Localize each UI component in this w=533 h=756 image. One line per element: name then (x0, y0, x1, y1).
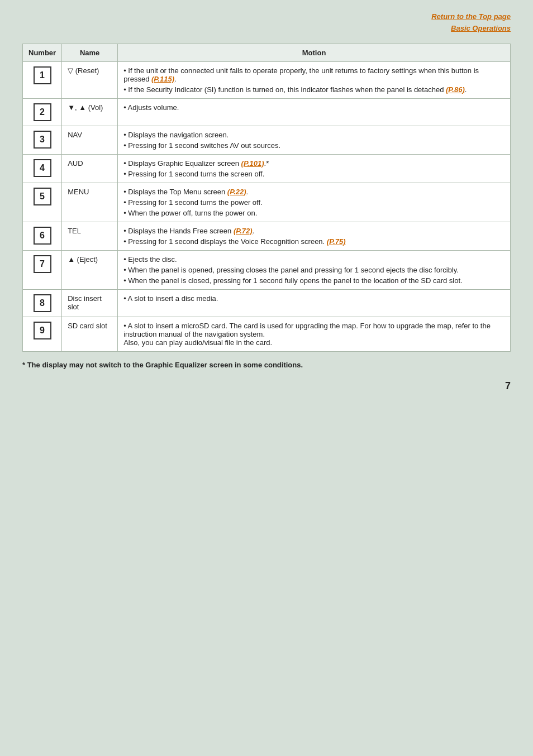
number-cell: 2 (23, 98, 62, 126)
table-row: 2▼, ▲ (Vol)• Adjusts volume. (23, 98, 511, 126)
motion-cell: • Displays the Hands Free screen (P.72).… (118, 222, 511, 250)
page-ref-link[interactable]: (P.75) (327, 237, 346, 246)
motion-item: • If the Security Indicator (SI) functio… (123, 85, 505, 94)
number-box: 4 (34, 159, 51, 177)
number-cell: 4 (23, 154, 62, 183)
table-row: 7▲ (Eject)• Ejects the disc.• When the p… (23, 250, 511, 289)
name-cell: ▽ (Reset) (62, 61, 118, 98)
motion-cell: • Displays the Top Menu screen (P.22).• … (118, 183, 511, 222)
motion-item: • Displays the navigation screen. (123, 131, 505, 139)
number-box: 9 (34, 322, 51, 339)
table-row: 6TEL• Displays the Hands Free screen (P.… (23, 222, 511, 250)
motion-cell: • Adjusts volume. (118, 98, 511, 126)
page-ref-link[interactable]: (P.72) (234, 227, 253, 235)
name-cell: ▼, ▲ (Vol) (62, 98, 118, 126)
page-number: 7 (22, 380, 511, 392)
basic-operations-link[interactable]: Basic Operations (451, 24, 511, 32)
name-cell: SD card slot (62, 317, 118, 351)
motion-cell: • Displays the navigation screen.• Press… (118, 126, 511, 154)
number-cell: 5 (23, 183, 62, 222)
motion-cell: • Displays Graphic Equalizer screen (P.1… (118, 154, 511, 183)
table-row: 3NAV• Displays the navigation screen.• P… (23, 126, 511, 154)
number-cell: 1 (23, 61, 62, 98)
table-row: 4AUD• Displays Graphic Equalizer screen … (23, 154, 511, 183)
number-box: 8 (34, 294, 51, 312)
name-cell: AUD (62, 154, 118, 183)
footnote: * The display may not switch to the Grap… (22, 361, 511, 369)
table-row: 5MENU• Displays the Top Menu screen (P.2… (23, 183, 511, 222)
number-cell: 7 (23, 250, 62, 289)
motion-item: • When the power off, turns the power on… (123, 209, 505, 217)
number-box: 2 (34, 103, 51, 121)
number-box: 6 (34, 227, 51, 245)
number-box: 3 (34, 131, 51, 149)
table-row: 9SD card slot• A slot to insert a microS… (23, 317, 511, 351)
col-header-motion: Motion (118, 44, 511, 61)
motion-item: • When the panel is closed, pressing for… (123, 276, 505, 285)
name-cell: NAV (62, 126, 118, 154)
motion-item: • When the panel is opened, pressing clo… (123, 266, 505, 274)
number-box: 5 (34, 188, 51, 205)
motion-item: • Displays the Top Menu screen (P.22). (123, 188, 505, 196)
motion-item: • Pressing for 1 second displays the Voi… (123, 237, 505, 246)
number-box: 7 (34, 255, 51, 273)
motion-cell: • Ejects the disc.• When the panel is op… (118, 250, 511, 289)
number-cell: 3 (23, 126, 62, 154)
motion-item: • Displays Graphic Equalizer screen (P.1… (123, 159, 505, 168)
number-cell: 8 (23, 289, 62, 317)
motion-item: • Displays the Hands Free screen (P.72). (123, 227, 505, 235)
motion-item: • Ejects the disc. (123, 255, 505, 264)
motion-item: • A slot to insert a disc media. (123, 294, 505, 303)
table-row: 1▽ (Reset)• If the unit or the connected… (23, 61, 511, 98)
motion-item: • Pressing for 1 second turns the screen… (123, 170, 505, 178)
page-ref-link[interactable]: (P.101) (241, 159, 264, 168)
motion-item: • Pressing for 1 second turns the power … (123, 198, 505, 207)
motion-cell: • A slot to insert a disc media. (118, 289, 511, 317)
col-header-number: Number (23, 44, 62, 61)
top-links: Return to the Top page Basic Operations (22, 11, 511, 35)
name-cell: Disc insert slot (62, 289, 118, 317)
number-cell: 9 (23, 317, 62, 351)
motion-item: • Pressing for 1 second switches AV out … (123, 141, 505, 150)
number-box: 1 (34, 66, 51, 84)
name-cell: TEL (62, 222, 118, 250)
table-row: 8Disc insert slot• A slot to insert a di… (23, 289, 511, 317)
return-to-top-link[interactable]: Return to the Top page (431, 12, 511, 21)
col-header-name: Name (62, 44, 118, 61)
motion-cell: • If the unit or the connected unit fail… (118, 61, 511, 98)
motion-item: • A slot to insert a microSD card. The c… (123, 322, 505, 347)
operations-table: Number Name Motion 1▽ (Reset)• If the un… (22, 44, 511, 352)
name-cell: MENU (62, 183, 118, 222)
number-cell: 6 (23, 222, 62, 250)
motion-item: • If the unit or the connected unit fail… (123, 66, 505, 83)
page-ref-link[interactable]: (P.22) (227, 188, 246, 196)
motion-item: • Adjusts volume. (123, 103, 505, 112)
name-cell: ▲ (Eject) (62, 250, 118, 289)
page-ref-link[interactable]: (P.115) (151, 75, 174, 83)
page-ref-link[interactable]: (P.86) (446, 85, 465, 94)
motion-cell: • A slot to insert a microSD card. The c… (118, 317, 511, 351)
